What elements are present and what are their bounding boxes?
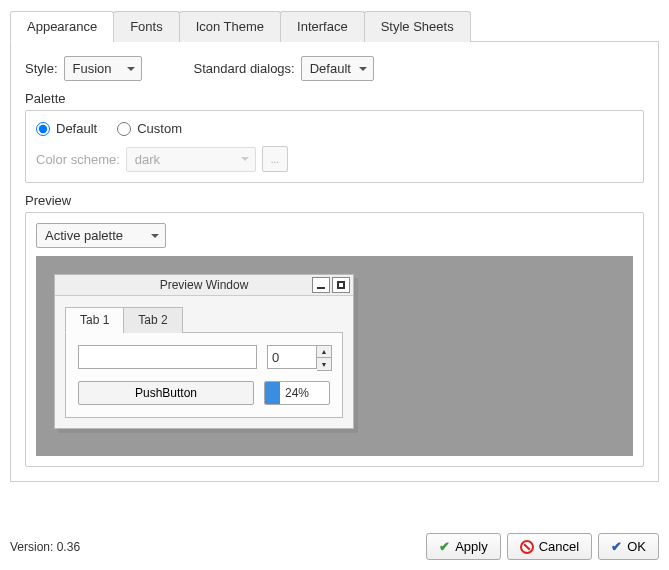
preview-text-input[interactable] [78,345,257,369]
tab-interface[interactable]: Interface [280,11,365,42]
version-label: Version: 0.36 [10,540,80,554]
palette-group-label: Palette [25,91,644,106]
cancel-icon [520,540,534,554]
tab-fonts[interactable]: Fonts [113,11,180,42]
preview-group: Active palette Preview Window Tab 1 Tab … [25,212,644,467]
standard-dialogs-label: Standard dialogs: [194,61,295,76]
main-tabs: Appearance Fonts Icon Theme Interface St… [10,10,659,42]
preview-pushbutton[interactable]: PushButton [78,381,254,405]
preview-tab-2[interactable]: Tab 2 [123,307,182,333]
spin-down-icon[interactable]: ▼ [317,358,331,370]
ok-button[interactable]: ✔OK [598,533,659,560]
spin-up-icon[interactable]: ▲ [317,346,331,358]
apply-button[interactable]: ✔Apply [426,533,501,560]
preview-window-title: Preview Window [58,278,350,292]
preview-progressbar: 24% [264,381,330,405]
ok-icon: ✔ [611,539,622,554]
tab-icon-theme[interactable]: Icon Theme [179,11,281,42]
color-scheme-browse-button: ... [262,146,288,172]
standard-dialogs-select[interactable]: Default [301,56,374,81]
style-select[interactable]: Fusion [64,56,142,81]
palette-default-radio[interactable]: Default [36,121,97,136]
color-scheme-label: Color scheme: [36,152,120,167]
color-scheme-select: dark [126,147,256,172]
tab-appearance[interactable]: Appearance [10,11,114,42]
tab-style-sheets[interactable]: Style Sheets [364,11,471,42]
apply-icon: ✔ [439,539,450,554]
preview-titlebar: Preview Window [55,275,353,296]
preview-group-label: Preview [25,193,644,208]
appearance-panel: Style: Fusion Standard dialogs: Default … [10,42,659,482]
palette-custom-radio[interactable]: Custom [117,121,182,136]
preview-spinbox[interactable]: 0 ▲ ▼ [267,345,332,371]
preview-tab-1[interactable]: Tab 1 [65,307,124,333]
active-palette-select[interactable]: Active palette [36,223,166,248]
preview-window: Preview Window Tab 1 Tab 2 [54,274,354,429]
preview-tabs: Tab 1 Tab 2 [65,306,343,333]
preview-area: Preview Window Tab 1 Tab 2 [36,256,633,456]
cancel-button[interactable]: Cancel [507,533,592,560]
style-label: Style: [25,61,58,76]
minimize-icon[interactable] [312,277,330,293]
maximize-icon[interactable] [332,277,350,293]
palette-group: Default Custom Color scheme: dark ... [25,110,644,183]
